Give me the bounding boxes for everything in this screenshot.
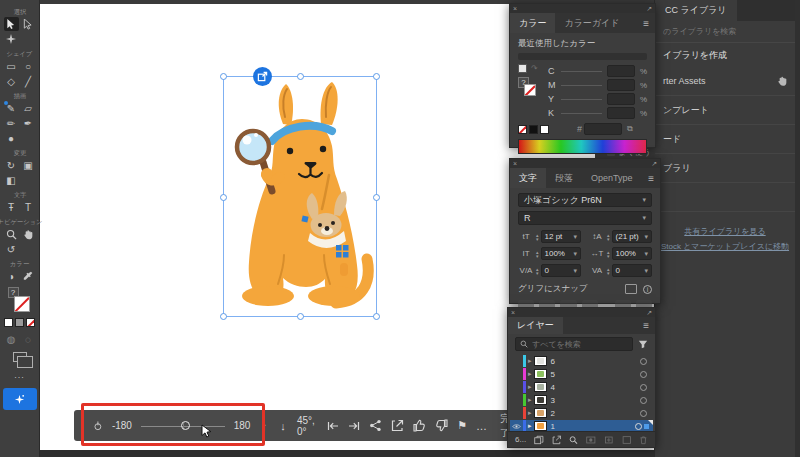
flip-down-button[interactable]: ↓ bbox=[278, 419, 288, 433]
selection-handle-nw[interactable] bbox=[220, 73, 227, 80]
export-selection-icon[interactable] bbox=[552, 435, 562, 445]
tab-color[interactable]: カラー bbox=[510, 13, 555, 33]
shaper-tool[interactable]: ╱ bbox=[21, 74, 36, 88]
channel-value-input[interactable] bbox=[607, 107, 635, 119]
view-shared-libraries-link[interactable]: 共有ライブラリを見る bbox=[655, 226, 795, 237]
layer-row[interactable]: ▸ 2 bbox=[510, 407, 653, 419]
screen-mode-icon[interactable] bbox=[13, 352, 27, 362]
font-family-select[interactable]: 小塚ゴシック Pr6N ▾ bbox=[518, 193, 652, 207]
rotate-view-tool[interactable]: ↺ bbox=[4, 242, 19, 256]
layer-name[interactable]: 3 bbox=[551, 396, 555, 405]
tab-color-guide[interactable]: カラーガイド bbox=[555, 13, 628, 33]
close-icon[interactable]: × bbox=[513, 5, 517, 12]
gradient-swatch-button[interactable] bbox=[15, 318, 24, 327]
touch-type-tool[interactable]: Ŧ bbox=[4, 200, 19, 214]
color-spectrum-bar[interactable] bbox=[518, 139, 647, 154]
blob-brush-tool[interactable]: ● bbox=[4, 131, 19, 145]
type-tool[interactable]: T bbox=[21, 200, 36, 214]
channel-value-input[interactable] bbox=[607, 65, 635, 77]
channel-value-input[interactable] bbox=[607, 93, 635, 105]
cc-library-item-starter-assets[interactable]: rter Assets bbox=[655, 67, 795, 96]
eyedropper-tool[interactable] bbox=[21, 269, 36, 283]
selection-handle-w[interactable] bbox=[220, 194, 227, 201]
expand-icon[interactable]: ↗ bbox=[651, 160, 657, 167]
selection-handle-n[interactable] bbox=[297, 73, 304, 80]
draw-behind-mode[interactable]: ◌ bbox=[21, 332, 36, 346]
selection-handle-ne[interactable] bbox=[373, 73, 380, 80]
collect-export-icon[interactable] bbox=[534, 435, 544, 445]
font-size-field[interactable]: 12 pt▾ bbox=[541, 230, 581, 243]
direct-selection-tool[interactable] bbox=[21, 17, 36, 31]
panel-menu-icon[interactable]: ≡ bbox=[637, 13, 655, 33]
rotate-tool[interactable]: ↻ bbox=[4, 158, 19, 172]
channel-slider[interactable] bbox=[561, 85, 602, 86]
horizontal-scale-field[interactable]: 100%▾ bbox=[612, 247, 652, 260]
new-layer-icon[interactable] bbox=[622, 435, 632, 445]
swap-fill-stroke-icon[interactable]: ↷ bbox=[531, 64, 538, 73]
cc-create-library-button[interactable]: イブラリを作成 bbox=[655, 43, 795, 67]
leading-field[interactable]: (21 pt)▾ bbox=[612, 230, 652, 243]
zoom-tool[interactable] bbox=[4, 227, 19, 241]
white-swatch[interactable] bbox=[540, 125, 549, 134]
ellipse-tool[interactable]: ○ bbox=[21, 59, 36, 73]
expand-icon[interactable]: ↗ bbox=[646, 5, 652, 12]
delete-layer-icon[interactable] bbox=[639, 435, 648, 445]
hex-input[interactable] bbox=[584, 123, 622, 135]
pen-tool[interactable]: ✒ bbox=[21, 116, 36, 130]
draw-normal-mode[interactable]: ◍ bbox=[4, 332, 19, 346]
magic-wand-tool[interactable] bbox=[4, 32, 19, 46]
layer-thumbnail[interactable] bbox=[534, 395, 547, 405]
layer-name[interactable]: 4 bbox=[551, 383, 555, 392]
polygon-tool[interactable]: ◇ bbox=[4, 74, 19, 88]
shift-color-icon[interactable]: ⧉ bbox=[627, 124, 633, 134]
expand-icon[interactable]: ↗ bbox=[646, 309, 652, 316]
selection-context-badge[interactable] bbox=[253, 67, 272, 86]
selection-handle-se[interactable] bbox=[373, 313, 380, 320]
flag-button[interactable]: ⚑ bbox=[457, 419, 467, 433]
tracking-field[interactable]: 0▾ bbox=[612, 264, 652, 277]
channel-slider[interactable] bbox=[561, 71, 602, 72]
touch-workspace-button[interactable] bbox=[3, 388, 37, 410]
toolbar-more-button[interactable]: ... bbox=[14, 370, 25, 380]
expand-chevron-icon[interactable]: ▸ bbox=[528, 422, 532, 430]
last-color-icon[interactable] bbox=[518, 64, 527, 73]
layer-name[interactable]: 6 bbox=[551, 357, 555, 366]
pencil-tool[interactable]: ✏ bbox=[4, 116, 19, 130]
layer-target-icon[interactable] bbox=[640, 358, 647, 365]
more-options-button[interactable]: … bbox=[476, 419, 487, 433]
align-left-button[interactable] bbox=[327, 419, 339, 433]
layer-target-icon[interactable] bbox=[640, 397, 647, 404]
make-mask-icon[interactable] bbox=[586, 435, 596, 445]
locate-object-icon[interactable] bbox=[569, 435, 578, 445]
expand-chevron-icon[interactable]: ▸ bbox=[528, 370, 532, 378]
layer-target-icon[interactable] bbox=[640, 384, 647, 391]
selection-handle-s[interactable] bbox=[297, 313, 304, 320]
tab-opentype[interactable]: OpenType bbox=[582, 168, 642, 188]
stroke-none-swatch[interactable] bbox=[14, 296, 30, 312]
layer-thumbnail[interactable] bbox=[534, 356, 547, 366]
transform-tool[interactable]: ▣ bbox=[21, 158, 36, 172]
expand-chevron-icon[interactable]: ▸ bbox=[528, 357, 532, 365]
panel-menu-icon[interactable]: ≡ bbox=[637, 317, 655, 334]
thumbs-down-button[interactable] bbox=[435, 419, 448, 433]
none-swatch[interactable] bbox=[518, 125, 527, 134]
selection-handle-sw[interactable] bbox=[220, 313, 227, 320]
layer-row[interactable]: ▸ 6 bbox=[510, 355, 653, 367]
tab-character[interactable]: 文字 bbox=[510, 168, 546, 188]
selection-bounding-box[interactable] bbox=[223, 76, 377, 317]
layer-target-icon[interactable] bbox=[640, 410, 647, 417]
visibility-toggle[interactable] bbox=[510, 423, 523, 430]
eraser-tool[interactable]: ▱ bbox=[21, 101, 36, 115]
panel-menu-icon[interactable]: ≡ bbox=[642, 168, 660, 188]
layer-row[interactable]: ▸ 3 bbox=[510, 394, 653, 406]
layer-row[interactable]: ▸ 4 bbox=[510, 381, 653, 393]
layer-name[interactable]: 5 bbox=[551, 370, 555, 379]
layer-row[interactable]: ▸ 5 bbox=[510, 368, 653, 380]
share-button[interactable] bbox=[369, 419, 382, 433]
layers-search-input[interactable] bbox=[532, 340, 622, 349]
stock-marketplace-link[interactable]: Stock とマーケットプレイスに移動 bbox=[655, 241, 795, 252]
tab-layers[interactable]: レイヤー bbox=[508, 317, 563, 334]
layer-thumbnail[interactable] bbox=[534, 408, 547, 418]
layer-target-icon[interactable] bbox=[640, 371, 647, 378]
expand-chevron-icon[interactable]: ▸ bbox=[528, 396, 532, 404]
